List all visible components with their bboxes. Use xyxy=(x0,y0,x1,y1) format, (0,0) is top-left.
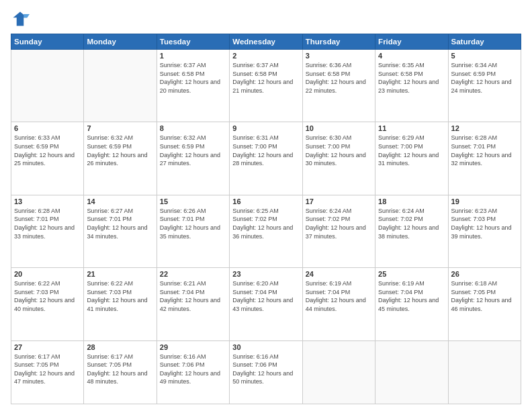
cell-info: Sunrise: 6:20 AM Sunset: 7:04 PM Dayligh… xyxy=(232,279,299,313)
day-number: 12 xyxy=(451,124,518,132)
calendar-cell xyxy=(11,50,84,122)
cell-info: Sunrise: 6:26 AM Sunset: 7:01 PM Dayligh… xyxy=(160,207,226,240)
day-number: 10 xyxy=(306,124,372,132)
cell-info: Sunrise: 6:23 AM Sunset: 7:03 PM Dayligh… xyxy=(451,207,518,240)
calendar-cell: 3Sunrise: 6:36 AM Sunset: 6:58 PM Daylig… xyxy=(302,50,375,122)
day-header-monday: Monday xyxy=(84,34,157,50)
day-number: 9 xyxy=(232,124,299,132)
cell-info: Sunrise: 6:35 AM Sunset: 6:58 PM Dayligh… xyxy=(378,61,445,95)
calendar-cell: 10Sunrise: 6:30 AM Sunset: 7:00 PM Dayli… xyxy=(302,122,375,195)
cell-info: Sunrise: 6:27 AM Sunset: 7:01 PM Dayligh… xyxy=(87,207,153,240)
calendar-cell: 11Sunrise: 6:29 AM Sunset: 7:00 PM Dayli… xyxy=(375,122,448,195)
calendar-cell: 12Sunrise: 6:28 AM Sunset: 7:01 PM Dayli… xyxy=(448,122,521,195)
day-header-thursday: Thursday xyxy=(302,34,375,50)
day-number: 19 xyxy=(451,197,518,205)
calendar-cell: 9Sunrise: 6:31 AM Sunset: 7:00 PM Daylig… xyxy=(230,122,302,195)
day-header-wednesday: Wednesday xyxy=(230,34,302,50)
day-number: 8 xyxy=(160,124,226,132)
logo xyxy=(11,9,32,28)
calendar-cell: 4Sunrise: 6:35 AM Sunset: 6:58 PM Daylig… xyxy=(375,50,448,122)
day-number: 14 xyxy=(87,197,153,205)
cell-info: Sunrise: 6:24 AM Sunset: 7:02 PM Dayligh… xyxy=(306,207,372,240)
day-number: 11 xyxy=(378,124,445,132)
calendar-cell: 27Sunrise: 6:17 AM Sunset: 7:05 PM Dayli… xyxy=(11,340,84,404)
calendar-cell: 19Sunrise: 6:23 AM Sunset: 7:03 PM Dayli… xyxy=(448,195,521,267)
cell-info: Sunrise: 6:34 AM Sunset: 6:59 PM Dayligh… xyxy=(451,61,518,95)
calendar-cell xyxy=(302,340,375,404)
day-number: 13 xyxy=(14,197,81,205)
calendar-cell xyxy=(84,50,157,122)
calendar-cell: 1Sunrise: 6:37 AM Sunset: 6:58 PM Daylig… xyxy=(157,50,229,122)
calendar-cell: 20Sunrise: 6:22 AM Sunset: 7:03 PM Dayli… xyxy=(11,268,84,340)
calendar-week-row: 1Sunrise: 6:37 AM Sunset: 6:58 PM Daylig… xyxy=(11,50,521,122)
calendar-table: SundayMondayTuesdayWednesdayThursdayFrid… xyxy=(11,34,521,404)
calendar-cell: 2Sunrise: 6:37 AM Sunset: 6:58 PM Daylig… xyxy=(230,50,302,122)
day-number: 28 xyxy=(87,343,153,351)
logo-icon xyxy=(11,9,30,28)
calendar-cell: 23Sunrise: 6:20 AM Sunset: 7:04 PM Dayli… xyxy=(230,268,302,340)
day-number: 16 xyxy=(232,197,299,205)
cell-info: Sunrise: 6:33 AM Sunset: 6:59 PM Dayligh… xyxy=(14,134,81,167)
cell-info: Sunrise: 6:17 AM Sunset: 7:05 PM Dayligh… xyxy=(87,353,153,386)
cell-info: Sunrise: 6:22 AM Sunset: 7:03 PM Dayligh… xyxy=(87,279,153,313)
svg-marker-1 xyxy=(24,14,30,17)
calendar-cell: 22Sunrise: 6:21 AM Sunset: 7:04 PM Dayli… xyxy=(157,268,229,340)
day-number: 20 xyxy=(14,270,81,278)
day-number: 27 xyxy=(14,343,81,351)
calendar-cell xyxy=(448,340,521,404)
calendar-cell: 25Sunrise: 6:19 AM Sunset: 7:04 PM Dayli… xyxy=(375,268,448,340)
day-number: 2 xyxy=(232,52,299,60)
day-number: 4 xyxy=(378,52,445,60)
calendar-cell: 17Sunrise: 6:24 AM Sunset: 7:02 PM Dayli… xyxy=(302,195,375,267)
day-header-sunday: Sunday xyxy=(11,34,84,50)
day-number: 6 xyxy=(14,124,81,132)
day-number: 7 xyxy=(87,124,153,132)
day-number: 24 xyxy=(306,270,372,278)
day-number: 30 xyxy=(232,343,299,351)
day-number: 23 xyxy=(232,270,299,278)
calendar-cell: 5Sunrise: 6:34 AM Sunset: 6:59 PM Daylig… xyxy=(448,50,521,122)
cell-info: Sunrise: 6:37 AM Sunset: 6:58 PM Dayligh… xyxy=(232,61,299,95)
day-number: 26 xyxy=(451,270,518,278)
day-number: 5 xyxy=(451,52,518,60)
calendar-week-row: 20Sunrise: 6:22 AM Sunset: 7:03 PM Dayli… xyxy=(11,268,521,340)
page: SundayMondayTuesdayWednesdayThursdayFrid… xyxy=(0,0,532,411)
day-number: 22 xyxy=(160,270,226,278)
calendar-header-row: SundayMondayTuesdayWednesdayThursdayFrid… xyxy=(11,34,521,50)
calendar-week-row: 6Sunrise: 6:33 AM Sunset: 6:59 PM Daylig… xyxy=(11,122,521,195)
calendar-cell: 26Sunrise: 6:18 AM Sunset: 7:05 PM Dayli… xyxy=(448,268,521,340)
cell-info: Sunrise: 6:28 AM Sunset: 7:01 PM Dayligh… xyxy=(451,134,518,167)
cell-info: Sunrise: 6:18 AM Sunset: 7:05 PM Dayligh… xyxy=(451,279,518,313)
cell-info: Sunrise: 6:19 AM Sunset: 7:04 PM Dayligh… xyxy=(378,279,445,313)
day-number: 29 xyxy=(160,343,226,351)
cell-info: Sunrise: 6:16 AM Sunset: 7:06 PM Dayligh… xyxy=(160,353,226,386)
cell-info: Sunrise: 6:37 AM Sunset: 6:58 PM Dayligh… xyxy=(160,61,226,95)
calendar-cell: 8Sunrise: 6:32 AM Sunset: 6:59 PM Daylig… xyxy=(157,122,229,195)
day-number: 25 xyxy=(378,270,445,278)
day-number: 18 xyxy=(378,197,445,205)
day-header-tuesday: Tuesday xyxy=(157,34,229,50)
day-header-saturday: Saturday xyxy=(448,34,521,50)
day-number: 21 xyxy=(87,270,153,278)
calendar-cell: 24Sunrise: 6:19 AM Sunset: 7:04 PM Dayli… xyxy=(302,268,375,340)
calendar-cell xyxy=(375,340,448,404)
calendar-week-row: 13Sunrise: 6:28 AM Sunset: 7:01 PM Dayli… xyxy=(11,195,521,267)
cell-info: Sunrise: 6:16 AM Sunset: 7:06 PM Dayligh… xyxy=(232,353,299,386)
day-number: 3 xyxy=(306,52,372,60)
cell-info: Sunrise: 6:28 AM Sunset: 7:01 PM Dayligh… xyxy=(14,207,81,240)
cell-info: Sunrise: 6:25 AM Sunset: 7:02 PM Dayligh… xyxy=(232,207,299,240)
cell-info: Sunrise: 6:29 AM Sunset: 7:00 PM Dayligh… xyxy=(378,134,445,167)
day-number: 15 xyxy=(160,197,226,205)
day-header-friday: Friday xyxy=(375,34,448,50)
cell-info: Sunrise: 6:17 AM Sunset: 7:05 PM Dayligh… xyxy=(14,353,81,386)
cell-info: Sunrise: 6:22 AM Sunset: 7:03 PM Dayligh… xyxy=(14,279,81,313)
calendar-cell: 13Sunrise: 6:28 AM Sunset: 7:01 PM Dayli… xyxy=(11,195,84,267)
cell-info: Sunrise: 6:19 AM Sunset: 7:04 PM Dayligh… xyxy=(306,279,372,313)
calendar-cell: 28Sunrise: 6:17 AM Sunset: 7:05 PM Dayli… xyxy=(84,340,157,404)
cell-info: Sunrise: 6:31 AM Sunset: 7:00 PM Dayligh… xyxy=(232,134,299,167)
svg-marker-0 xyxy=(13,12,28,26)
cell-info: Sunrise: 6:36 AM Sunset: 6:58 PM Dayligh… xyxy=(306,61,372,95)
cell-info: Sunrise: 6:30 AM Sunset: 7:00 PM Dayligh… xyxy=(306,134,372,167)
cell-info: Sunrise: 6:32 AM Sunset: 6:59 PM Dayligh… xyxy=(160,134,226,167)
cell-info: Sunrise: 6:32 AM Sunset: 6:59 PM Dayligh… xyxy=(87,134,153,167)
